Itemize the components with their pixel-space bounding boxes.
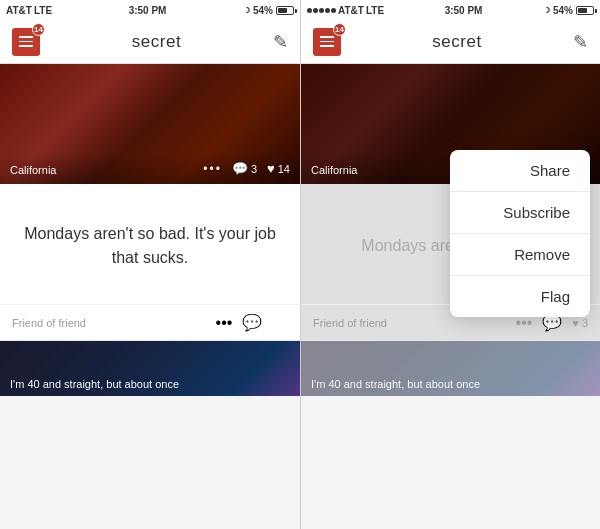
time: 3:50 PM xyxy=(129,5,167,16)
comment-icon-left: 💬 xyxy=(232,161,248,176)
hamburger-icon xyxy=(19,36,33,47)
carrier: AT&T xyxy=(6,5,32,16)
status-right: ☽ 54% xyxy=(243,5,294,16)
text-card-body-left: Mondays aren't so bad. It's your job tha… xyxy=(0,184,300,304)
image-overlay-left: California ••• 💬 3 ♥ 14 xyxy=(0,153,300,184)
battery-pct-right: 54% xyxy=(553,5,573,16)
dropdown-subscribe[interactable]: Subscribe xyxy=(450,192,590,234)
compose-button-left[interactable]: ✎ xyxy=(273,31,288,53)
location-label-left: California xyxy=(10,164,56,176)
footer-dots-left[interactable]: ••• xyxy=(216,314,233,332)
source-label-left: Friend of friend xyxy=(12,317,86,329)
app-header-left: 14 secret ✎ xyxy=(0,20,300,64)
status-left: AT&T LTE xyxy=(6,5,52,16)
more-dots-left[interactable]: ••• xyxy=(203,162,222,176)
location-label-right: California xyxy=(311,164,357,176)
card2-text-left: Mondays aren't so bad. It's your job tha… xyxy=(20,222,280,270)
source-label-right: Friend of friend xyxy=(313,317,387,329)
partial-text-right: I'm 40 and straight, but about once xyxy=(311,378,480,390)
status-right-right: ☽ 54% xyxy=(543,5,594,16)
status-bar-right: AT&T LTE 3:50 PM ☽ 54% xyxy=(301,0,600,20)
notification-badge-right: 14 xyxy=(333,23,346,36)
battery-icon-right xyxy=(576,6,594,15)
time-right: 3:50 PM xyxy=(445,5,483,16)
network: LTE xyxy=(34,5,52,16)
dropdown-menu: Share Subscribe Remove Flag xyxy=(450,150,590,317)
comment-action-left[interactable]: 💬 3 xyxy=(232,161,257,176)
feed-left: California ••• 💬 3 ♥ 14 Mondays aren't s… xyxy=(0,64,300,529)
compose-button-right[interactable]: ✎ xyxy=(573,31,588,53)
footer-heart-left[interactable]: ♥ 3 xyxy=(272,317,288,329)
footer-heart-count-right: 3 xyxy=(582,317,588,329)
text-card-left: Mondays aren't so bad. It's your job tha… xyxy=(0,184,300,341)
battery-pct: 54% xyxy=(253,5,273,16)
hamburger-icon-right xyxy=(320,36,334,47)
app-title-right: secret xyxy=(432,32,481,52)
heart-icon-left: ♥ xyxy=(267,161,275,176)
footer-heart-icon-right: ♥ xyxy=(572,317,579,329)
status-left-right: AT&T LTE xyxy=(307,5,384,16)
heart-action-left[interactable]: ♥ 14 xyxy=(267,161,290,176)
comment-count-left: 3 xyxy=(251,163,257,175)
moon-icon-right: ☽ xyxy=(543,6,550,15)
status-bar-left: AT&T LTE 3:50 PM ☽ 54% xyxy=(0,0,300,20)
card1-actions-left: ••• 💬 3 ♥ 14 xyxy=(203,161,290,176)
footer-heart-count-left: 3 xyxy=(282,317,288,329)
menu-button-right[interactable]: 14 xyxy=(313,28,341,56)
footer-heart-icon-left: ♥ xyxy=(272,317,279,329)
footer-comment-icon-left[interactable]: 💬 xyxy=(242,313,262,332)
app-header-right: 14 secret ✎ xyxy=(301,20,600,64)
footer-heart-right[interactable]: ♥ 3 xyxy=(572,317,588,329)
battery-icon xyxy=(276,6,294,15)
partial-image-card-right: I'm 40 and straight, but about once xyxy=(301,341,600,396)
heart-count-left: 14 xyxy=(278,163,290,175)
dropdown-remove[interactable]: Remove xyxy=(450,234,590,276)
footer-actions-left: ••• 💬 ♥ 3 xyxy=(216,313,288,332)
left-panel: AT&T LTE 3:50 PM ☽ 54% 14 secret ✎ Cali xyxy=(0,0,300,529)
app-title-left: secret xyxy=(132,32,181,52)
text-card-footer-left: Friend of friend ••• 💬 ♥ 3 xyxy=(0,304,300,340)
network-right: LTE xyxy=(366,5,384,16)
menu-button-left[interactable]: 14 xyxy=(12,28,40,56)
signal-dots xyxy=(307,8,336,13)
carrier-right: AT&T xyxy=(338,5,364,16)
notification-badge-left: 14 xyxy=(32,23,45,36)
partial-text-left: I'm 40 and straight, but about once xyxy=(10,378,179,390)
moon-icon: ☽ xyxy=(243,6,250,15)
dropdown-flag[interactable]: Flag xyxy=(450,276,590,317)
dropdown-share[interactable]: Share xyxy=(450,150,590,192)
image-card-left: California ••• 💬 3 ♥ 14 xyxy=(0,64,300,184)
right-panel: AT&T LTE 3:50 PM ☽ 54% 14 secret ✎ Cali xyxy=(300,0,600,529)
partial-image-card-left: I'm 40 and straight, but about once xyxy=(0,341,300,396)
